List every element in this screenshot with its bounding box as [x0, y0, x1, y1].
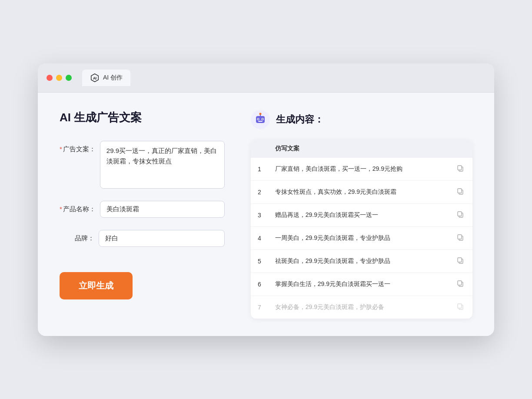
product-name-label: *产品名称：: [60, 201, 96, 213]
row-number: 5: [251, 249, 268, 273]
maximize-button[interactable]: [66, 75, 72, 81]
minimize-button[interactable]: [56, 75, 62, 81]
row-text: 赠品再送，29.9元美白淡斑霜买一送一: [268, 203, 448, 226]
product-name-input[interactable]: [100, 201, 225, 218]
row-number: 7: [251, 296, 268, 319]
copy-button[interactable]: [455, 233, 466, 243]
svg-point-9: [259, 113, 262, 115]
row-number: 2: [251, 180, 268, 203]
browser-window: AI AI 创作 AI 生成广告文案 *广告文案： 29.9买一送一，真正的厂家…: [38, 63, 494, 336]
svg-point-6: [258, 118, 259, 119]
copy-button[interactable]: [455, 164, 466, 174]
copy-button[interactable]: [455, 210, 466, 220]
row-number: 1: [251, 158, 268, 181]
traffic-lights: [47, 75, 72, 81]
row-text: 一周美白，29.9元美白淡斑霜，专业护肤品: [268, 226, 448, 249]
svg-rect-14: [458, 189, 462, 193]
copy-button[interactable]: [455, 279, 466, 289]
left-panel: AI 生成广告文案 *广告文案： 29.9买一送一，真正的厂家直销，美白淡斑霜，…: [60, 110, 225, 319]
close-button[interactable]: [47, 75, 53, 81]
tab-ai-create[interactable]: AI AI 创作: [82, 70, 130, 86]
copy-cell: [448, 158, 472, 181]
row-text: 女神必备，29.9元美白淡斑霜，护肤必备: [268, 296, 448, 319]
row-number: 4: [251, 226, 268, 249]
result-title: 生成内容：: [276, 113, 324, 126]
table-row: 3赠品再送，29.9元美白淡斑霜买一送一: [251, 203, 472, 226]
svg-rect-12: [458, 166, 462, 170]
table-row: 6掌握美白生活，29.9元美白淡斑霜买一送一: [251, 273, 472, 296]
copy-cell: [448, 296, 472, 319]
product-name-row: *产品名称：: [60, 201, 225, 218]
col-content: 仿写文案: [268, 140, 448, 158]
required-star-1: *: [60, 145, 62, 153]
svg-text:AI: AI: [93, 76, 96, 80]
generate-button[interactable]: 立即生成: [60, 272, 133, 299]
robot-icon: [251, 110, 270, 129]
titlebar: AI AI 创作: [38, 63, 494, 93]
row-number: 6: [251, 273, 268, 296]
brand-input[interactable]: [99, 230, 225, 247]
svg-rect-22: [458, 281, 462, 285]
svg-rect-18: [458, 235, 462, 239]
table-row: 4一周美白，29.9元美白淡斑霜，专业护肤品: [251, 226, 472, 249]
svg-rect-16: [458, 212, 462, 216]
svg-rect-20: [458, 258, 462, 262]
result-header: 生成内容：: [251, 110, 472, 129]
table-row: 7女神必备，29.9元美白淡斑霜，护肤必备: [251, 296, 472, 319]
ad-copy-label: *广告文案：: [60, 141, 96, 153]
table-header-row: 仿写文案: [251, 140, 472, 158]
row-text: 祛斑美白，29.9元美白淡斑霜，专业护肤品: [268, 249, 448, 273]
svg-point-7: [262, 118, 263, 119]
copy-cell: [448, 203, 472, 226]
page-title: AI 生成广告文案: [60, 110, 225, 125]
brand-row: 品牌：: [60, 230, 225, 247]
required-star-2: *: [60, 205, 62, 213]
brand-label: 品牌：: [60, 230, 94, 243]
copy-cell: [448, 249, 472, 273]
col-action: [448, 140, 472, 158]
col-num: [251, 140, 268, 158]
ad-copy-input[interactable]: 29.9买一送一，真正的厂家直销，美白淡斑霜，专抹女性斑点: [100, 141, 225, 189]
table-row: 5祛斑美白，29.9元美白淡斑霜，专业护肤品: [251, 249, 472, 273]
table-row: 2专抹女性斑点，真实功效，29.9元美白淡斑霜: [251, 180, 472, 203]
result-table: 仿写文案 1厂家直销，美白淡斑霜，买一送一，29.9元抢购 2专抹女性斑点，真实…: [251, 140, 472, 319]
main-content: AI 生成广告文案 *广告文案： 29.9买一送一，真正的厂家直销，美白淡斑霜，…: [38, 93, 494, 336]
row-text: 厂家直销，美白淡斑霜，买一送一，29.9元抢购: [268, 158, 448, 181]
right-panel: 生成内容： 仿写文案 1厂家直销，美白淡斑霜，买一送一，29.9元抢购 2专抹女…: [251, 110, 472, 319]
tab-label: AI 创作: [103, 74, 123, 82]
copy-button[interactable]: [455, 302, 466, 313]
svg-rect-24: [458, 304, 462, 308]
copy-button[interactable]: [455, 187, 466, 197]
ad-copy-row: *广告文案： 29.9买一送一，真正的厂家直销，美白淡斑霜，专抹女性斑点: [60, 141, 225, 189]
row-text: 掌握美白生活，29.9元美白淡斑霜买一送一: [268, 273, 448, 296]
copy-button[interactable]: [455, 256, 466, 266]
copy-cell: [448, 226, 472, 249]
ai-tab-icon: AI: [90, 73, 100, 83]
table-row: 1厂家直销，美白淡斑霜，买一送一，29.9元抢购: [251, 158, 472, 181]
row-text: 专抹女性斑点，真实功效，29.9元美白淡斑霜: [268, 180, 448, 203]
svg-rect-10: [258, 121, 263, 122]
row-number: 3: [251, 203, 268, 226]
copy-cell: [448, 273, 472, 296]
copy-cell: [448, 180, 472, 203]
